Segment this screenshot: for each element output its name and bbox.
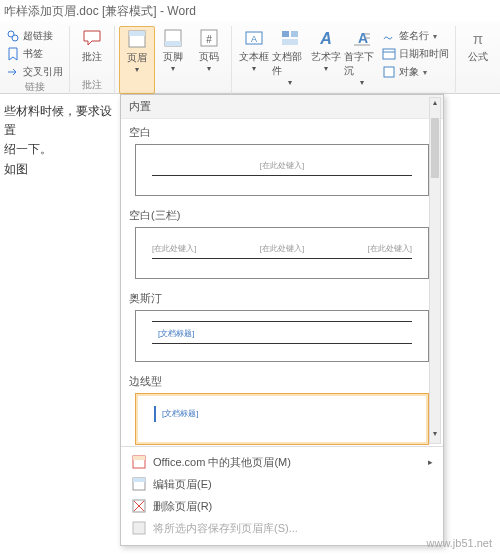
dropcap-icon: A (352, 28, 372, 48)
group-headerfooter: 页眉 ▾ 页脚 ▾ # 页码 ▾ (115, 26, 231, 94)
object-button[interactable]: 对象▾ (380, 64, 451, 80)
datetime-label: 日期和时间 (399, 47, 449, 61)
dropcap-button[interactable]: A 首字下沉 ▾ (344, 26, 380, 94)
group-symbols: π 公式 (456, 26, 500, 94)
textbox-button[interactable]: A 文本框 ▾ (236, 26, 272, 94)
crossref-button[interactable]: 交叉引用 (4, 64, 65, 80)
edit-header-button[interactable]: 编辑页眉(E) (121, 473, 443, 495)
equation-icon: π (468, 28, 488, 48)
svg-rect-29 (133, 522, 145, 534)
svg-text:π: π (473, 30, 483, 47)
quickparts-label: 文档部件 (272, 50, 308, 78)
header-label: 页眉 (127, 51, 147, 65)
comment-button[interactable]: 批注 (74, 26, 110, 78)
option-sideline-label: 边线型 (121, 368, 443, 391)
quickparts-button[interactable]: 文档部件 ▾ (272, 26, 308, 94)
group-text: A 文本框 ▾ 文档部件 ▾ A 艺术字 ▾ A 首字下沉 ▾ (231, 26, 456, 94)
svg-rect-18 (383, 49, 395, 59)
option-austin-label: 奥斯汀 (121, 285, 443, 308)
doc-line: 些材料时候，要求设置 (4, 102, 116, 140)
signature-icon (382, 29, 396, 43)
svg-text:#: # (206, 34, 212, 45)
chevron-right-icon: ▸ (428, 457, 433, 467)
gallery-scrollbar[interactable]: ▴ ▾ (429, 97, 441, 444)
comment-icon (82, 28, 102, 48)
header-icon (127, 29, 147, 49)
svg-rect-10 (282, 31, 289, 37)
remove-header-button[interactable]: 删除页眉(R) (121, 495, 443, 517)
chevron-down-icon: ▾ (324, 64, 328, 73)
office-icon (131, 454, 147, 470)
title-text: 咋样添加页眉.doc [兼容模式] - Word (4, 3, 196, 20)
placeholder-text: [在此处键入] (152, 243, 196, 254)
scroll-down-icon[interactable]: ▾ (430, 429, 440, 443)
datetime-icon (382, 47, 396, 61)
svg-rect-11 (291, 31, 298, 37)
bookmark-button[interactable]: 书签 (4, 46, 65, 62)
save-icon (131, 520, 147, 536)
textbox-icon: A (244, 28, 264, 48)
signature-button[interactable]: 签名行▾ (380, 28, 451, 44)
remove-label: 删除页眉(R) (153, 499, 212, 514)
option-austin-preview[interactable]: [文档标题] (135, 310, 429, 362)
scroll-thumb[interactable] (431, 118, 439, 178)
edit-label: 编辑页眉(E) (153, 477, 212, 492)
pagenum-icon: # (199, 28, 219, 48)
dropcap-label: 首字下沉 (344, 50, 380, 78)
equation-label: 公式 (468, 50, 488, 64)
group-comments: 批注 批注 (70, 26, 115, 94)
option-sideline-preview[interactable]: [文档标题] (135, 393, 429, 445)
chevron-down-icon: ▾ (360, 78, 364, 87)
bookmark-icon (6, 47, 20, 61)
object-icon (382, 65, 396, 79)
svg-rect-25 (133, 478, 145, 482)
svg-point-1 (12, 35, 18, 41)
chevron-down-icon: ▾ (207, 64, 211, 73)
bookmark-label: 书签 (23, 47, 43, 61)
scroll-up-icon[interactable]: ▴ (430, 98, 440, 112)
crossref-icon (6, 65, 20, 79)
footer-button[interactable]: 页脚 ▾ (155, 26, 191, 94)
svg-text:A: A (251, 34, 257, 44)
wordart-button[interactable]: A 艺术字 ▾ (308, 26, 344, 94)
more-label: Office.com 中的其他页眉(M) (153, 455, 291, 470)
placeholder-text: [在此处键入] (260, 160, 304, 171)
chevron-down-icon: ▾ (252, 64, 256, 73)
gallery-footer: Office.com 中的其他页眉(M) ▸ 编辑页眉(E) 删除页眉(R) 将… (121, 446, 443, 545)
placeholder-text: [在此处键入] (368, 243, 412, 254)
datetime-button[interactable]: 日期和时间 (380, 46, 451, 62)
save-label: 将所选内容保存到页眉库(S)... (153, 521, 298, 536)
quickparts-icon (280, 28, 300, 48)
title-bar: 咋样添加页眉.doc [兼容模式] - Word (0, 0, 500, 22)
doc-line: 如图 (4, 160, 116, 179)
object-label: 对象 (399, 65, 419, 79)
group-comments-label: 批注 (82, 78, 102, 94)
option-blank-label: 空白 (121, 119, 443, 142)
svg-rect-3 (129, 31, 145, 36)
wordart-icon: A (316, 28, 336, 48)
chevron-down-icon: ▾ (135, 65, 139, 74)
save-to-gallery-button: 将所选内容保存到页眉库(S)... (121, 517, 443, 539)
svg-rect-5 (165, 41, 181, 46)
wordart-label: 艺术字 (311, 50, 341, 64)
placeholder-text: [在此处键入] (260, 243, 304, 254)
option-blank-preview[interactable]: [在此处键入] (135, 144, 429, 196)
svg-rect-20 (384, 67, 394, 77)
hyperlink-label: 超链接 (23, 29, 53, 43)
link-icon (6, 29, 20, 43)
pagenum-button[interactable]: # 页码 ▾ (191, 26, 227, 94)
option-blank3-label: 空白(三栏) (121, 202, 443, 225)
more-from-office-button[interactable]: Office.com 中的其他页眉(M) ▸ (121, 451, 443, 473)
chevron-down-icon: ▾ (171, 64, 175, 73)
signature-label: 签名行 (399, 29, 429, 43)
option-blank3-preview[interactable]: [在此处键入] [在此处键入] [在此处键入] (135, 227, 429, 279)
watermark: www.jb51.net (427, 537, 492, 549)
header-gallery-dropdown: 内置 空白 [在此处键入] 空白(三栏) [在此处键入] [在此处键入] [在此… (120, 94, 444, 546)
equation-button[interactable]: π 公式 (460, 26, 496, 94)
remove-icon (131, 498, 147, 514)
footer-label: 页脚 (163, 50, 183, 64)
placeholder-text: [文档标题] (162, 408, 198, 419)
hyperlink-button[interactable]: 超链接 (4, 28, 65, 44)
header-button[interactable]: 页眉 ▾ (119, 26, 155, 94)
gallery-section-builtin: 内置 (121, 95, 443, 119)
